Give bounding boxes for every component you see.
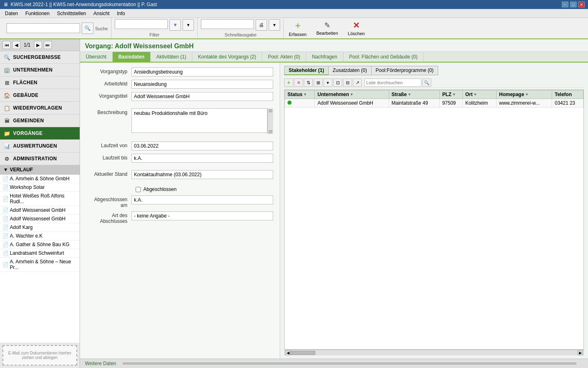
vorgangstyp-value[interactable]: Ansiedlungsbetreuung bbox=[131, 67, 273, 76]
unternehmen-filter-icon[interactable]: ▼ bbox=[350, 92, 354, 96]
nav-first-button[interactable]: ⏮ bbox=[2, 41, 11, 49]
sidebar-item-unternehmen[interactable]: 🏢 UNTERNEHMEN bbox=[0, 64, 80, 76]
loeschen-button[interactable]: ✕ Löschen bbox=[343, 18, 370, 38]
minimize-button[interactable]: − bbox=[562, 2, 568, 7]
sidebar-item-suchergebnisse[interactable]: 🔍 SUCHERGEBNISSE bbox=[0, 51, 80, 64]
stk-grid-button[interactable]: ⊞ bbox=[314, 79, 323, 87]
sidebar-item-administration[interactable]: ⚙ ADMINISTRATION bbox=[0, 153, 80, 165]
col-status[interactable]: Status ▼ bbox=[285, 90, 315, 99]
triangle-icon: ▼ bbox=[3, 167, 8, 173]
search-input[interactable] bbox=[7, 23, 80, 33]
stk-add-button[interactable]: + bbox=[284, 79, 293, 87]
menu-info[interactable]: Info bbox=[114, 10, 128, 17]
verlauf-doc-icon-4: 📄 bbox=[2, 216, 8, 222]
filter-input[interactable] bbox=[115, 19, 168, 29]
sidebar-item-gebaeude[interactable]: 🏠 GEBÄUDE bbox=[0, 89, 80, 102]
stk-grid2-button[interactable]: ⊟ bbox=[343, 79, 352, 87]
scroll-thumb[interactable] bbox=[291, 351, 315, 355]
laufzeit-von-value[interactable]: 03.06.2022 bbox=[131, 141, 273, 150]
tab-nachfragen[interactable]: Nachfragen bbox=[306, 52, 343, 62]
admin-icon: ⚙ bbox=[3, 155, 11, 162]
sidebar-item-wiedervorlagen[interactable]: 📋 WIEDERVORLAGEN bbox=[0, 102, 80, 114]
stk-tab-foerderprogramme[interactable]: Pool:Förderprogramme (0) bbox=[371, 66, 438, 75]
menu-ansicht[interactable]: Ansicht bbox=[90, 10, 113, 17]
stk-tab-stakeholder[interactable]: Stakeholder (1) bbox=[284, 66, 328, 75]
laufzeit-bis-value[interactable]: k.A. bbox=[131, 154, 273, 163]
verlauf-item-0[interactable]: 📄 A. Amrhein & Söhne GmbH bbox=[0, 175, 80, 183]
stk-delete-button[interactable]: ✕ bbox=[294, 79, 303, 87]
schnell-input[interactable] bbox=[201, 19, 254, 29]
filter-dropdown[interactable]: ▾ bbox=[183, 19, 194, 31]
col-homepage[interactable]: Homepage ▼ bbox=[497, 90, 552, 99]
abgeschlossen-checkbox[interactable] bbox=[136, 187, 141, 192]
print-button[interactable]: 🖨 bbox=[256, 19, 267, 31]
col-strasse[interactable]: Straße ▼ bbox=[389, 90, 439, 99]
horizontal-scrollbar[interactable]: ◀ ▶ bbox=[284, 350, 584, 355]
menu-schnittstellen[interactable]: Schnittstellen bbox=[53, 10, 89, 17]
scroll-right-arrow[interactable]: ▶ bbox=[577, 350, 583, 355]
company-icon: 🏢 bbox=[3, 66, 11, 74]
weitere-daten-bar[interactable]: Weitere Daten bbox=[80, 359, 588, 368]
homepage-filter-icon[interactable]: ▼ bbox=[525, 92, 529, 96]
nav-prev-button[interactable]: ◀ bbox=[12, 41, 20, 49]
stk-expand-button[interactable]: ↗ bbox=[353, 79, 362, 87]
tab-pool-flaechen[interactable]: Pool: Flächen und Gebäude (0) bbox=[343, 52, 423, 62]
verlauf-item-4[interactable]: 📄 Adolf Weissenseel GmbH bbox=[0, 215, 80, 223]
strasse-filter-icon[interactable]: ▼ bbox=[408, 92, 411, 96]
verlauf-item-1[interactable]: 📄 Workshop Solar bbox=[0, 183, 80, 192]
tab-basisdaten[interactable]: Basisdaten bbox=[113, 52, 151, 62]
verlauf-item-5[interactable]: 📄 Adolf Karg bbox=[0, 223, 80, 232]
verlauf-section: ▼ VERLAUF 📄 A. Amrhein & Söhne GmbH 📄 Wo… bbox=[0, 165, 80, 343]
aktueller-stand-value[interactable]: Kontaktaufnahme (03.06.2022) bbox=[131, 170, 273, 179]
sidebar-item-vorgaenge[interactable]: 📁 VORGÄNGE bbox=[0, 127, 80, 140]
scroll-left-arrow[interactable]: ◀ bbox=[285, 350, 291, 355]
filter-button[interactable]: ▼ bbox=[169, 19, 181, 31]
search-button[interactable]: 🔍 bbox=[82, 22, 94, 34]
stk-search-button[interactable]: 🔍 bbox=[422, 79, 431, 87]
abgeschlossen-am-value[interactable]: k.A. bbox=[131, 195, 273, 204]
table-row[interactable]: Adolf Weissenseel GmbH Maintalstraße 49 … bbox=[285, 99, 584, 108]
verlauf-item-9[interactable]: 📄 A. Amrhein & Söhne – Neue Pr... bbox=[0, 258, 80, 272]
textarea-scrollbar[interactable] bbox=[267, 108, 273, 134]
stakeholder-search-input[interactable] bbox=[364, 79, 421, 87]
menu-funktionen[interactable]: Funktionen bbox=[22, 10, 53, 17]
vorgaenge-icon: 📁 bbox=[3, 130, 11, 137]
menu-daten[interactable]: Daten bbox=[2, 10, 21, 17]
verlauf-item-7[interactable]: 📄 A. Gather & Söhne Bau KG bbox=[0, 240, 80, 249]
beschreibung-field[interactable]: neubau Produktionshalle mit Büro bbox=[131, 108, 267, 133]
tab-kontakte[interactable]: Kontakte des Vorgangs (2) bbox=[192, 52, 262, 62]
close-button[interactable]: ✕ bbox=[578, 2, 585, 7]
col-ort[interactable]: Ort ▼ bbox=[463, 90, 497, 99]
sidebar-item-gemeinden[interactable]: 🏛 GEMEINDEN bbox=[0, 114, 80, 127]
sidebar-item-flaechen[interactable]: ⊞ FLÄCHEN bbox=[0, 76, 80, 89]
sidebar: ⏮ ◀ 1/1 ▶ ⏭ 🔍 SUCHERGEBNISSE 🏢 UNTERNEHM… bbox=[0, 39, 80, 368]
sidebar-item-auswertungen[interactable]: 📊 AUSWERTUNGEN bbox=[0, 140, 80, 153]
art-abschluss-value[interactable]: - keine Angabe - bbox=[131, 211, 273, 220]
print-dropdown[interactable]: ▾ bbox=[269, 19, 280, 31]
verlauf-item-2[interactable]: 📄 Hotel Weißes Roß Alfons Rudl... bbox=[0, 192, 80, 206]
col-telefon[interactable]: Telefon bbox=[552, 90, 584, 99]
stk-tab-zusatzdaten[interactable]: Zusatzdaten (0) bbox=[328, 66, 371, 75]
stk-dropdown-button[interactable]: ▾ bbox=[323, 79, 332, 87]
nav-last-button[interactable]: ⏭ bbox=[44, 41, 52, 49]
stk-sort-button[interactable]: ⇅ bbox=[304, 79, 313, 87]
verlauf-item-3[interactable]: 📄 Adolf Weissenseel GmbH bbox=[0, 206, 80, 215]
stk-export-button[interactable]: ⊡ bbox=[333, 79, 342, 87]
erfassen-button[interactable]: ＋ Erfassen bbox=[284, 18, 311, 38]
bearbeiten-button[interactable]: ✎ Bearbeiten bbox=[312, 18, 343, 38]
col-unternehmen[interactable]: Unternehmen ▼ bbox=[315, 90, 389, 99]
maximize-button[interactable]: □ bbox=[570, 2, 577, 7]
arbeitsfeld-value[interactable]: Neuansiedlung bbox=[131, 80, 273, 89]
tab-pool-akten[interactable]: Pool: Akten (0) bbox=[262, 52, 306, 62]
tab-aktivitaeten[interactable]: Aktivitäten (1) bbox=[151, 52, 192, 62]
email-drop-zone[interactable]: E-Mail zum Dokumentieren hierher ziehen … bbox=[2, 345, 77, 366]
vorgangstitel-value[interactable]: Adolf Weissenseel GmbH bbox=[131, 92, 273, 101]
tab-uebersicht[interactable]: Übersicht bbox=[80, 52, 113, 62]
ort-filter-icon[interactable]: ▼ bbox=[473, 92, 477, 96]
verlauf-item-6[interactable]: 📄 A. Wachter e.K bbox=[0, 232, 80, 240]
nav-next-button[interactable]: ▶ bbox=[34, 41, 42, 49]
status-filter-icon[interactable]: ▼ bbox=[303, 92, 307, 96]
verlauf-item-8[interactable]: 📄 Landratsamt Schweinfurt bbox=[0, 249, 80, 258]
col-plz[interactable]: PLZ ▼ bbox=[439, 90, 462, 99]
plz-filter-icon[interactable]: ▼ bbox=[452, 92, 456, 96]
